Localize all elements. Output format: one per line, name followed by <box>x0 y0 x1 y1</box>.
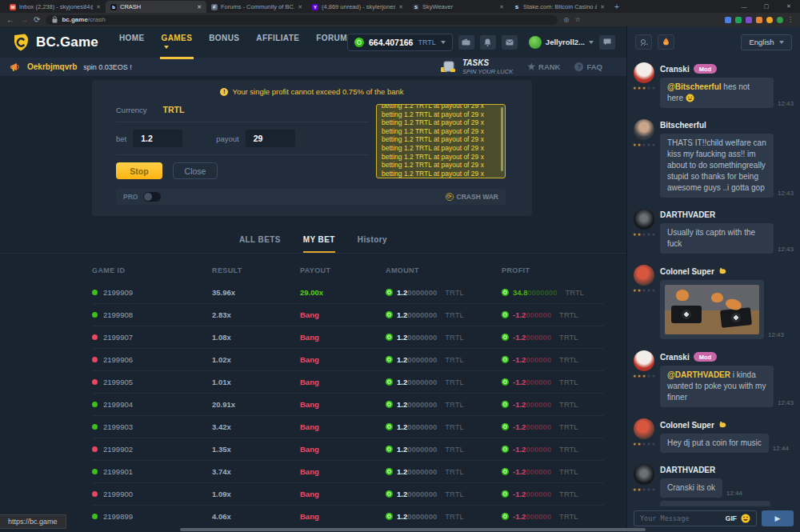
avatar[interactable] <box>634 418 654 439</box>
user-menu[interactable]: Jellyroll2... <box>529 36 594 49</box>
game-id-cell[interactable]: 2199904 <box>92 400 212 409</box>
message-username[interactable]: DARTHVADER <box>660 210 794 219</box>
bet-input[interactable]: 1.2 <box>133 130 182 147</box>
log-scrollbar[interactable] <box>501 107 503 171</box>
table-row[interactable]: 21999071.08xBang1.20000000TRTL-1.2000000… <box>92 326 604 348</box>
horizontal-scrollbar[interactable] <box>180 528 646 531</box>
table-row[interactable]: 21999001.09xBang1.20000000TRTL-1.2000000… <box>92 482 604 505</box>
browser-tab[interactable]: bCRASH✕ <box>106 1 206 13</box>
notifications-button[interactable] <box>480 35 496 50</box>
minimize-button[interactable]: — <box>733 0 755 13</box>
tab-close-icon[interactable]: ✕ <box>499 4 504 10</box>
extension-icon[interactable] <box>756 17 762 23</box>
chat-bubble[interactable]: @DARTHVADER i kinda wanted to poke you w… <box>660 366 774 407</box>
game-id-cell[interactable]: 2199902 <box>92 445 212 454</box>
game-id-cell[interactable]: 2199905 <box>92 378 212 386</box>
browser-tab[interactable]: Y(4,869 unread) - skylerjones84@✕ <box>307 1 408 13</box>
language-selector[interactable]: English <box>741 34 792 50</box>
bet-log-box[interactable]: betting 1.2 TRTL at payout of 29 xbettin… <box>376 104 506 178</box>
chat-rules-button[interactable] <box>635 34 652 50</box>
game-id-cell[interactable]: 2199899 <box>92 512 212 521</box>
table-row[interactable]: 21999082.83xBang1.20000000TRTL-1.2000000… <box>92 303 604 326</box>
tab-close-icon[interactable]: ✕ <box>197 4 202 10</box>
crash-war-link[interactable]: ⟳ CRASH WAR <box>446 193 498 201</box>
chat-bubble[interactable]: If you do just check for poo <box>660 501 770 506</box>
currency-value[interactable]: TRTL <box>163 105 185 114</box>
zoom-page-icon[interactable]: ◎ <box>563 16 569 23</box>
browser-tab[interactable]: FForums - Community of BC.Gam✕ <box>206 1 307 13</box>
extension-icon[interactable] <box>766 17 773 23</box>
nav-item-home[interactable]: HOME <box>119 29 145 56</box>
close-window-button[interactable]: ✕ <box>778 0 800 13</box>
tab-close-icon[interactable]: ✕ <box>600 4 605 10</box>
chat-bubble[interactable]: THATS IT!!child welfare can kiss my fauc… <box>660 134 774 198</box>
message-username[interactable]: Colonel Super <box>660 420 794 430</box>
rank-link[interactable]: ★RANK <box>527 62 560 72</box>
extension-icon[interactable] <box>746 17 752 23</box>
extension-icon[interactable] <box>777 17 783 23</box>
kebab-menu-icon[interactable]: ⋮ <box>787 16 794 23</box>
hot-button[interactable] <box>658 34 674 50</box>
announcement-user[interactable]: Oekrbjmqvrb <box>27 62 77 71</box>
reload-icon[interactable]: ⟳ <box>34 16 40 24</box>
table-row[interactable]: 21998994.06xBang1.20000000TRTL-1.2000000… <box>92 505 604 527</box>
game-id-cell[interactable]: 2199901 <box>92 467 212 476</box>
mention-text[interactable]: @DARTHVADER <box>667 370 730 379</box>
game-id-cell[interactable]: 2199903 <box>92 422 212 431</box>
game-id-cell[interactable]: 2199906 <box>92 355 212 364</box>
payout-input[interactable]: 29 <box>246 130 295 147</box>
tab-close-icon[interactable]: ✕ <box>298 4 302 10</box>
browser-tab[interactable]: SStake.com: Bitcoin Casino & Spo✕ <box>509 1 610 13</box>
chat-bubble[interactable]: @Bitscheerful hes not here <box>660 78 774 108</box>
message-username[interactable]: CranskiMod <box>660 352 794 362</box>
close-button[interactable]: Close <box>173 162 218 179</box>
address-bar[interactable]: bc.game/crash <box>46 15 558 25</box>
balance-selector[interactable]: 664.407166 TRTL <box>347 34 453 51</box>
new-tab-button[interactable]: + <box>614 2 619 11</box>
avatar[interactable] <box>634 464 654 485</box>
mention-text[interactable]: @Bitscheerful <box>667 82 722 91</box>
message-username[interactable]: Bitscheerful <box>660 121 794 130</box>
nav-item-forum[interactable]: FORUM <box>316 29 347 56</box>
game-id-cell[interactable]: 2199908 <box>92 310 212 319</box>
game-id-cell[interactable]: 2199907 <box>92 333 212 342</box>
nav-item-games[interactable]: GAMES <box>162 29 193 56</box>
tasks-link[interactable]: TASKS SPIN YOUR LUCK <box>440 59 513 75</box>
back-icon[interactable]: ← <box>6 16 14 24</box>
image-bubble[interactable] <box>660 280 764 339</box>
nav-item-bonus[interactable]: BONUS <box>209 29 239 56</box>
table-row[interactable]: 21999033.42xBang1.20000000TRTL-1.2000000… <box>92 415 604 438</box>
forward-icon[interactable]: → <box>20 16 28 24</box>
game-id-cell[interactable]: 2199900 <box>92 490 212 498</box>
tab-all-bets[interactable]: ALL BETS <box>239 235 281 246</box>
avatar[interactable] <box>634 265 654 286</box>
table-row[interactable]: 219990420.91xBang1.20000000TRTL-1.200000… <box>92 393 604 415</box>
message-input[interactable]: Your Message GIF <box>634 510 757 526</box>
gif-button[interactable]: GIF <box>726 514 737 522</box>
table-row[interactable]: 219990935.96x29.00x1.20000000TRTL34.8000… <box>92 281 604 303</box>
avatar[interactable] <box>634 62 654 83</box>
extension-icon[interactable] <box>735 17 742 23</box>
game-id-cell[interactable]: 2199909 <box>92 288 212 297</box>
bookmark-star-icon[interactable]: ☆ <box>574 16 580 23</box>
pro-toggle[interactable] <box>143 192 161 202</box>
avatar[interactable] <box>634 209 654 230</box>
send-button[interactable]: ▶ <box>762 510 794 526</box>
tab-history[interactable]: History <box>358 235 387 246</box>
message-username[interactable]: DARTHVADER <box>660 466 794 474</box>
chat-toggle-button[interactable] <box>599 35 615 50</box>
messages-button[interactable] <box>502 35 518 50</box>
wallet-button[interactable] <box>458 35 474 50</box>
avatar[interactable] <box>634 350 654 371</box>
chat-bubble[interactable]: Hey dj put a coin for music <box>660 434 769 453</box>
stop-button[interactable]: Stop <box>116 162 162 179</box>
table-row[interactable]: 21999013.74xBang1.20000000TRTL-1.2000000… <box>92 460 604 482</box>
bcgame-logo[interactable]: BC.Game <box>11 33 98 52</box>
browser-tab[interactable]: SSkyWeaver✕ <box>408 1 509 13</box>
message-username[interactable]: CranskiMod <box>660 64 794 74</box>
chat-bubble[interactable]: Cranski its ok <box>660 478 722 498</box>
table-row[interactable]: 21999021.35xBang1.20000000TRTL-1.2000000… <box>92 438 604 460</box>
table-row[interactable]: 21999061.02xBang1.20000000TRTL-1.2000000… <box>92 348 604 370</box>
table-row[interactable]: 21999051.01xBang1.20000000TRTL-1.2000000… <box>92 370 604 393</box>
extension-icon[interactable] <box>725 17 731 23</box>
